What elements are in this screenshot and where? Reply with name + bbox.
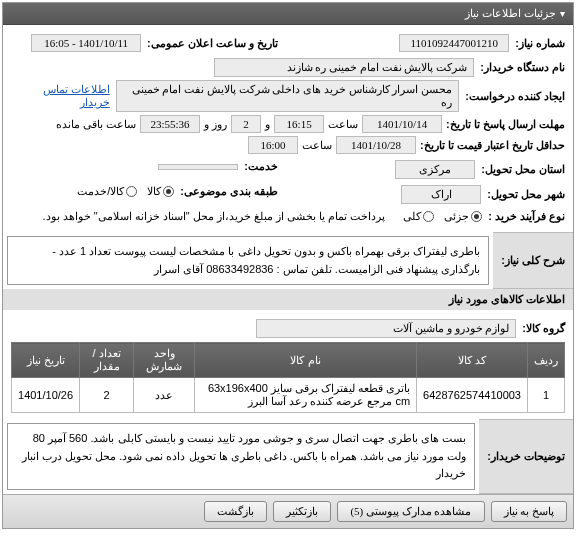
table-header-row: ردیف کد کالا نام کالا واحد شمارش تعداد /… — [12, 343, 565, 378]
radio-partial[interactable]: جزئی — [444, 210, 482, 223]
announce-value: 1401/10/11 - 16:05 — [31, 34, 141, 52]
cell-code: 6428762574410003 — [417, 378, 528, 413]
payment-note: پرداخت تمام یا بخشی از مبلغ خرید،از محل … — [43, 210, 386, 223]
panel-header[interactable]: ▾ جزئیات اطلاعات نیاز — [3, 3, 573, 25]
time-left: 23:55:36 — [140, 115, 200, 133]
category-radio-group: کالا کالا/خدمت — [77, 185, 174, 198]
deadline-time: 16:15 — [274, 115, 324, 133]
org-label: نام دستگاه خریدار: — [480, 61, 565, 74]
explain-text: بست های باطری جهت اتصال سری و جوشی مورد … — [7, 423, 475, 490]
th-date: تاریخ نیاز — [12, 343, 80, 378]
buy-type-radio-group: جزئی کلی — [403, 210, 482, 223]
hour-label: ساعت — [328, 118, 358, 131]
announce-label: تاریخ و ساعت اعلان عمومی: — [147, 37, 278, 50]
time-left-suffix: ساعت باقی مانده — [56, 118, 136, 131]
reply-button[interactable]: پاسخ به نیاز — [491, 501, 568, 522]
budget-label: طبقه بندی موضوعی: — [180, 185, 278, 198]
explain-label: توضیحات خریدار: — [479, 419, 573, 494]
radio-full[interactable]: کلی — [403, 210, 434, 223]
desc-label: شرح کلی نیاز: — [493, 232, 573, 289]
radio-dot-icon — [471, 211, 482, 222]
cell-name: باتری قطعه لیفتراک برقی سایز 63x196x400 … — [194, 378, 416, 413]
back-button[interactable]: بازگشت — [204, 501, 267, 522]
radio-goods[interactable]: کالا — [147, 185, 174, 198]
attachments-button[interactable]: مشاهده مدارک پیوستی (5) — [337, 501, 484, 522]
buy-type-label: نوع فرآیند خرید : — [488, 210, 565, 223]
credit-date: 1401/10/28 — [336, 136, 416, 154]
deadline-date: 1401/10/14 — [362, 115, 442, 133]
creator-value: محسن اسرار کارشناس خرید های داخلی شرکت پ… — [116, 80, 460, 112]
th-row: ردیف — [528, 343, 565, 378]
details-panel: ▾ جزئیات اطلاعات نیاز شماره نیاز: 110109… — [2, 2, 574, 529]
province-label: استان محل تحویل: — [481, 163, 565, 176]
cell-unit: عدد — [134, 378, 195, 413]
service-label: خدمت: — [244, 160, 278, 173]
desc-text: باطری لیفتراک برقی بهمراه باکس و بدون تح… — [7, 236, 489, 285]
th-qty: تعداد / مقدار — [80, 343, 134, 378]
creator-label: ایجاد کننده درخواست: — [465, 90, 565, 103]
radio-dot-icon — [163, 186, 174, 197]
org-value: شرکت پالایش نفت امام خمینی ره شازند — [214, 58, 474, 77]
table-row[interactable]: 1 6428762574410003 باتری قطعه لیفتراک بر… — [12, 378, 565, 413]
chevron-down-icon: ▾ — [560, 8, 565, 19]
goods-table: ردیف کد کالا نام کالا واحد شمارش تعداد /… — [11, 342, 565, 413]
hour-label-2: ساعت — [302, 139, 332, 152]
radio-empty-icon — [126, 186, 137, 197]
th-unit: واحد شمارش — [134, 343, 195, 378]
print-button[interactable]: بازتکثیر — [273, 501, 331, 522]
radio-goods-service[interactable]: کالا/خدمت — [77, 185, 137, 198]
panel-body: شماره نیاز: 1101092447001210 تاریخ و ساع… — [3, 25, 573, 232]
service-value — [158, 164, 238, 170]
province-value: مرکزی — [395, 160, 475, 179]
city-label: شهر محل تحویل: — [487, 188, 565, 201]
group-value: لوازم خودرو و ماشین آلات — [256, 319, 516, 338]
need-no-value: 1101092447001210 — [399, 34, 509, 52]
cell-row: 1 — [528, 378, 565, 413]
cell-date: 1401/10/26 — [12, 378, 80, 413]
day-label: روز و — [204, 118, 227, 131]
radio-empty-icon — [423, 211, 434, 222]
credit-label: حداقل تاریخ اعتبار قیمت تا تاریخ: — [420, 139, 565, 152]
need-no-label: شماره نیاز: — [515, 37, 565, 50]
city-value: اراک — [401, 185, 481, 204]
days-left: 2 — [231, 115, 261, 133]
panel-title: جزئیات اطلاعات نیاز — [465, 7, 556, 20]
goods-section-header: اطلاعات کالاهای مورد نیاز — [3, 289, 573, 310]
th-code: کد کالا — [417, 343, 528, 378]
footer-bar: پاسخ به نیاز مشاهده مدارک پیوستی (5) باز… — [3, 494, 573, 528]
group-label: گروه کالا: — [522, 322, 565, 335]
and-label: و — [265, 118, 270, 131]
contact-link[interactable]: اطلاعات تماس خریدار — [11, 83, 110, 109]
th-name: نام کالا — [194, 343, 416, 378]
credit-time: 16:00 — [248, 136, 298, 154]
cell-qty: 2 — [80, 378, 134, 413]
deadline-label: مهلت ارسال پاسخ تا تاریخ: — [446, 118, 565, 131]
